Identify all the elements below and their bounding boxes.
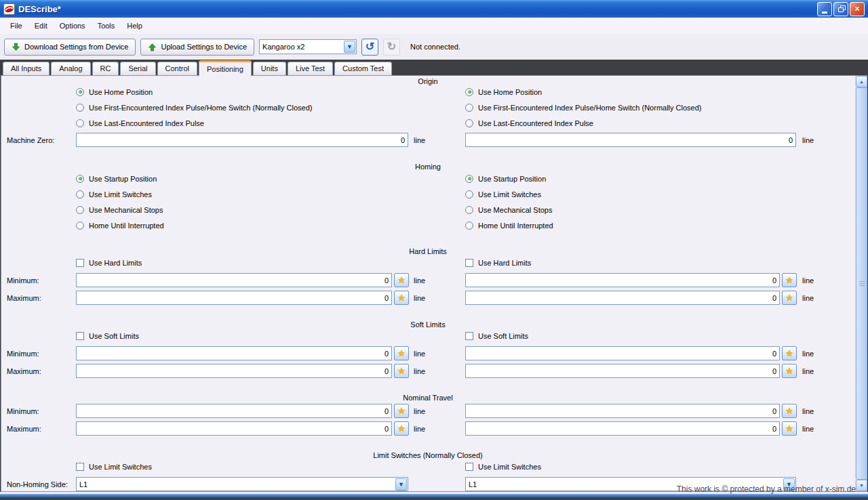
- capture-position-button[interactable]: ★: [394, 273, 409, 287]
- hard-limits-max-input-right[interactable]: 0: [465, 291, 780, 305]
- device-select[interactable]: Kangaroo x2 ▼: [259, 39, 357, 54]
- soft-limits-max-input-right[interactable]: 0: [465, 364, 780, 378]
- soft-limits-header: Soft Limits: [1, 320, 854, 329]
- window-controls: ×: [817, 2, 865, 16]
- radio-use-limit-switches-right[interactable]: Use Limit Switches: [465, 189, 541, 199]
- star-icon: ★: [397, 293, 406, 302]
- tab-rc[interactable]: RC: [92, 62, 119, 75]
- tab-strip: All Inputs Analog RC Serial Control Posi…: [0, 60, 868, 75]
- tab-analog[interactable]: Analog: [51, 62, 90, 75]
- soft-limits-min-input-right[interactable]: 0: [465, 346, 780, 360]
- unit-label: line: [414, 291, 425, 305]
- radio-home-until-interrupted-left[interactable]: Home Until Interrupted: [76, 220, 164, 230]
- hard-limits-min-input-left[interactable]: 0: [76, 273, 392, 287]
- toolbar: Download Settings from Device Upload Set…: [0, 34, 868, 60]
- maximum-label: Maximum:: [7, 364, 41, 378]
- unit-label: line: [802, 421, 814, 436]
- radio-use-limit-switches-left[interactable]: Use Limit Switches: [76, 189, 152, 199]
- checkbox-use-limit-switches-right[interactable]: Use Limit Switches: [465, 462, 541, 472]
- radio-label: Use Last-Encountered Index Pulse: [478, 119, 593, 127]
- window-bottom-border: [0, 494, 868, 497]
- star-icon: ★: [785, 293, 793, 302]
- scroll-down-button[interactable]: ▼: [856, 480, 867, 491]
- star-icon: ★: [397, 367, 406, 375]
- capture-position-button[interactable]: ★: [782, 291, 797, 305]
- radio-first-index-pulse-right[interactable]: Use First-Encountered Index Pulse/Home S…: [465, 102, 702, 112]
- checkbox-use-limit-switches-left[interactable]: Use Limit Switches: [76, 462, 152, 472]
- tab-live-test[interactable]: Live Test: [288, 62, 333, 75]
- nominal-travel-min-input-right[interactable]: 0: [465, 404, 780, 418]
- chevron-down-icon[interactable]: ▼: [344, 41, 355, 53]
- undo-button[interactable]: ↺: [361, 39, 378, 56]
- radio-use-mechanical-stops-left[interactable]: Use Mechanical Stops: [76, 205, 163, 215]
- checkbox-use-hard-limits-right[interactable]: Use Hard Limits: [465, 258, 531, 268]
- scroll-up-button[interactable]: ▲: [856, 76, 867, 87]
- checkbox-use-hard-limits-left[interactable]: Use Hard Limits: [76, 258, 142, 268]
- radio-first-index-pulse-left[interactable]: Use First-Encountered Index Pulse/Home S…: [76, 102, 313, 112]
- capture-position-button[interactable]: ★: [394, 404, 409, 418]
- download-settings-button[interactable]: Download Settings from Device: [4, 39, 136, 56]
- nominal-travel-max-input-right[interactable]: 0: [465, 421, 780, 436]
- radio-icon: [465, 175, 473, 183]
- capture-position-button[interactable]: ★: [394, 346, 409, 360]
- tab-serial[interactable]: Serial: [120, 62, 155, 75]
- capture-position-button[interactable]: ★: [782, 364, 797, 378]
- menu-help[interactable]: Help: [121, 19, 149, 33]
- radio-use-startup-position-left[interactable]: Use Startup Position: [76, 173, 157, 184]
- combo-value: L1: [77, 480, 395, 488]
- redo-button[interactable]: ↻: [383, 39, 400, 56]
- capture-position-button[interactable]: ★: [782, 404, 797, 418]
- soft-limits-min-input-left[interactable]: 0: [76, 346, 392, 360]
- hard-limits-min-input-right[interactable]: 0: [465, 273, 780, 287]
- checkbox-use-soft-limits-right[interactable]: Use Soft Limits: [465, 331, 528, 341]
- vertical-scrollbar[interactable]: ▲ ▼: [855, 76, 867, 491]
- chevron-down-icon[interactable]: ▼: [395, 478, 407, 491]
- radio-use-home-position-left[interactable]: Use Home Position: [76, 87, 153, 97]
- unit-label: line: [414, 404, 425, 418]
- capture-position-button[interactable]: ★: [394, 421, 409, 436]
- menu-file[interactable]: File: [4, 19, 28, 33]
- capture-position-button[interactable]: ★: [394, 364, 409, 378]
- nominal-travel-min-input-left[interactable]: 0: [76, 404, 392, 418]
- restore-button[interactable]: [833, 2, 848, 16]
- app-icon: [3, 3, 15, 15]
- scrollbar-thumb[interactable]: [856, 87, 867, 480]
- radio-use-startup-position-right[interactable]: Use Startup Position: [465, 173, 546, 184]
- tab-control[interactable]: Control: [157, 62, 197, 75]
- capture-position-button[interactable]: ★: [782, 273, 797, 287]
- unit-label: line: [802, 133, 814, 147]
- unit-label: line: [802, 273, 814, 287]
- capture-position-button[interactable]: ★: [782, 346, 797, 360]
- tab-custom-test[interactable]: Custom Test: [334, 62, 392, 75]
- nominal-travel-header: Nominal Travel: [1, 394, 854, 402]
- non-homing-side-select-left[interactable]: L1 ▼: [76, 477, 408, 491]
- hard-limits-max-input-left[interactable]: 0: [76, 291, 392, 305]
- menu-options[interactable]: Options: [54, 19, 92, 33]
- radio-label: Use Last-Encountered Index Pulse: [89, 119, 204, 127]
- menu-tools[interactable]: Tools: [92, 19, 121, 33]
- checkbox-label: Use Hard Limits: [478, 259, 531, 267]
- tab-units[interactable]: Units: [253, 62, 286, 75]
- soft-limits-max-input-left[interactable]: 0: [76, 364, 392, 378]
- machine-zero-input-left[interactable]: 0: [76, 133, 408, 147]
- radio-last-index-pulse-right[interactable]: Use Last-Encountered Index Pulse: [465, 118, 593, 128]
- tab-positioning[interactable]: Positioning: [199, 60, 252, 76]
- nominal-travel-max-input-left[interactable]: 0: [76, 421, 392, 436]
- capture-position-button[interactable]: ★: [782, 421, 797, 436]
- capture-position-button[interactable]: ★: [394, 291, 409, 305]
- radio-home-until-interrupted-right[interactable]: Home Until Interrupted: [465, 220, 553, 230]
- menu-edit[interactable]: Edit: [28, 19, 54, 33]
- radio-last-index-pulse-left[interactable]: Use Last-Encountered Index Pulse: [76, 118, 204, 128]
- radio-label: Use Mechanical Stops: [89, 206, 163, 214]
- machine-zero-input-right[interactable]: 0: [465, 133, 796, 147]
- checkbox-use-soft-limits-left[interactable]: Use Soft Limits: [76, 331, 139, 341]
- minimize-button[interactable]: [817, 2, 832, 16]
- star-icon: ★: [785, 424, 793, 433]
- radio-use-mechanical-stops-right[interactable]: Use Mechanical Stops: [465, 205, 552, 215]
- radio-label: Use Startup Position: [89, 175, 157, 183]
- upload-settings-button[interactable]: Upload Settings to Device: [140, 39, 254, 56]
- radio-use-home-position-right[interactable]: Use Home Position: [465, 87, 542, 97]
- tab-all-inputs[interactable]: All Inputs: [3, 62, 50, 75]
- connection-status: Not connected.: [410, 43, 460, 51]
- close-button[interactable]: ×: [850, 2, 865, 16]
